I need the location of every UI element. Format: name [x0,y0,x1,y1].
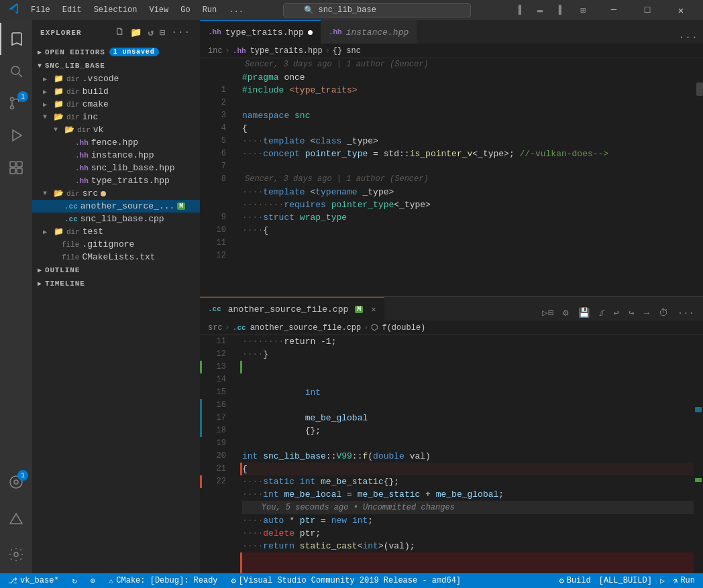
ll-16-static: static [263,477,294,487]
sidebar-toggle-btn[interactable]: ▐ [508,3,529,17]
tree-instance-hpp[interactable]: ▶ .hh instance.hpp [32,149,200,162]
ll-19-new: new [331,516,347,526]
tree-cmake[interactable]: ▶ 📁 dir cmake [32,98,200,111]
tree-cmakelists[interactable]: ▶ file CMakeLists.txt [32,251,200,263]
lower-tab-close[interactable]: ✕ [371,304,376,314]
status-branch[interactable]: ⎇ vk_base* [5,576,62,586]
menu-more[interactable]: ... [223,4,249,16]
tree-fence-hpp[interactable]: ▶ .hh fence.hpp [32,136,200,149]
menu-selection[interactable]: Selection [89,4,143,16]
cmake-chevron: ▶ [43,101,54,109]
sync-icon: ↻ [72,576,77,586]
search-box[interactable]: 🔍 snc_lib_base [283,3,471,17]
upper-code-area[interactable]: 1 2 3 4 5 6 7 8 9 10 11 12 Sencer, 3 day… [200,58,703,296]
layout-menu-btn[interactable]: ⊞ [573,3,593,17]
new-file-btn[interactable]: 🗋 [113,25,126,40]
type-arg-7: <_type>; [472,149,514,159]
panel-toggle-btn[interactable]: ▬ [530,3,550,17]
status-cmake[interactable]: ⚠ CMake: [Debug]: Ready [106,576,220,586]
lower-line-numbers: 11 12 13 14 15 16 17 18 19 20 21 22 [202,335,231,573]
instance-ext-label: .hh [75,152,89,160]
activity-explorer[interactable] [0,23,32,55]
maximize-btn[interactable]: □ [632,0,663,20]
tab-instance-hpp[interactable]: .hh instance.hpp [321,20,417,44]
sidebar-more-btn[interactable]: ··· [170,25,192,40]
tab-another-source[interactable]: .cc another_source_file.cpp M ✕ [200,297,384,320]
status-target[interactable]: [ALL_BUILD] [596,576,655,586]
status-sync[interactable]: ↻ [70,576,80,586]
wrap-type-11: wrap_type [300,213,347,223]
rightpanel-toggle-btn[interactable]: ▌ [551,3,572,17]
menu-view[interactable]: View [144,4,174,16]
tree-snc-lib-base-hpp[interactable]: ▶ .hh snc_lib_base.hpp [32,162,200,174]
history-btn[interactable]: ⏱ [655,306,671,320]
activity-source-control[interactable]: 1 [0,87,32,119]
debug-btn-lower[interactable]: ⎎ [596,306,608,320]
activity-settings[interactable] [0,538,32,571]
menu-run[interactable]: Run [197,4,223,16]
run-label: Run [680,576,695,585]
menu-edit[interactable]: Edit [57,4,87,16]
activity-search[interactable] [0,55,32,87]
breadcrumb-ns-icon: {} [333,46,342,56]
timeline-chevron: ▶ [38,280,42,288]
status-compiler[interactable]: ⚙ [Visual Studio Community 2019 Release … [229,576,464,586]
status-run-btn[interactable]: ▷ [657,576,667,586]
activity-cmake[interactable] [0,504,32,536]
lower-scrollbar[interactable] [694,335,703,573]
ll-19-ptr: ptr [300,516,315,526]
menu-file[interactable]: File [25,4,56,16]
upper-tab-more-btn[interactable]: ··· [673,32,703,44]
lower-bc-sep-1: › [225,323,230,333]
project-header[interactable]: ▼ SNC_LIB_BASE [32,59,200,72]
gutter-del-22 [240,552,242,573]
run-above-btn[interactable]: ▷⊟ [539,305,557,320]
menu-go[interactable]: Go [175,4,195,16]
close-btn[interactable]: ✕ [665,0,696,20]
tree-test[interactable]: ▶ 📁 dir test [32,225,200,238]
lower-breadcrumb: src › .cc another_source_file.cpp › ⬡ f(… [200,320,703,335]
tab-type-traits-hpp[interactable]: .hh type_traits.hpp [200,20,321,44]
minimize-btn[interactable]: ─ [598,0,629,20]
code-line-7: ····concept pointer_type = std::is_point… [242,148,696,160]
tree-another-source[interactable]: ▶ .cc another_source_... M [32,200,200,213]
tree-gitignore[interactable]: ▶ file .gitignore [32,238,200,251]
pragma-once: once [279,72,305,82]
tree-build[interactable]: ▶ 📁 dir build [32,85,200,98]
new-folder-btn[interactable]: 📁 [129,25,144,40]
tree-vscode[interactable]: ▶ 📁 dir .vscode [32,72,200,85]
tree-vk[interactable]: ▼ 📂 dir vk [32,123,200,136]
activity-extensions[interactable] [0,152,32,184]
save-btn-lower[interactable]: 💾 [575,305,593,320]
test-name: test [83,227,103,237]
activity-run-debug[interactable] [0,119,32,152]
source-control-badge: 1 [17,91,28,102]
timeline-header[interactable]: ▶ TIMELINE [32,277,200,290]
lower-more-btn[interactable]: ··· [674,306,698,320]
collapse-btn[interactable]: ⊟ [158,25,168,40]
struct-kw-11: struct [263,213,294,223]
vscode-name: .vscode [83,74,119,84]
status-build-btn[interactable]: ⚙ Build [556,576,593,586]
outline-header[interactable]: ▶ OUTLINE [32,263,200,277]
target-label: [ALL_BUILD] [599,576,652,585]
redo-btn[interactable]: ↪ [625,305,637,320]
vk-name: vk [93,125,104,135]
refresh-btn[interactable]: ↺ [146,25,156,40]
upper-scrollbar[interactable] [696,58,703,296]
lower-code-area[interactable]: 11 12 13 14 15 16 17 18 19 20 21 22 ····… [200,335,703,573]
settings-btn-lower[interactable]: ⚙ [559,305,572,320]
tree-src[interactable]: ▼ 📂 dir src [32,187,200,200]
activity-remote-explorer[interactable]: 1 [0,466,32,498]
cmake-name: cmake [83,99,109,109]
errors-icon: ⊕ [91,576,95,586]
tree-snc-lib-base-cpp[interactable]: ▶ .cc snc_lib_base.cpp [32,213,200,225]
status-debug-run-btn[interactable]: ⚗ Run [670,576,698,586]
status-errors[interactable]: ⊕ [88,576,98,586]
forward-btn[interactable]: → [640,306,652,320]
open-editors-header[interactable]: ▶ OPEN EDITORS 1 unsaved [32,45,200,59]
tree-type-traits-hpp[interactable]: ▶ .hh type_traits.hpp [32,174,200,187]
tree-inc[interactable]: ▼ 📂 dir inc [32,111,200,123]
undo-btn[interactable]: ↩ [610,305,623,320]
ll-14-int: int [242,451,258,461]
